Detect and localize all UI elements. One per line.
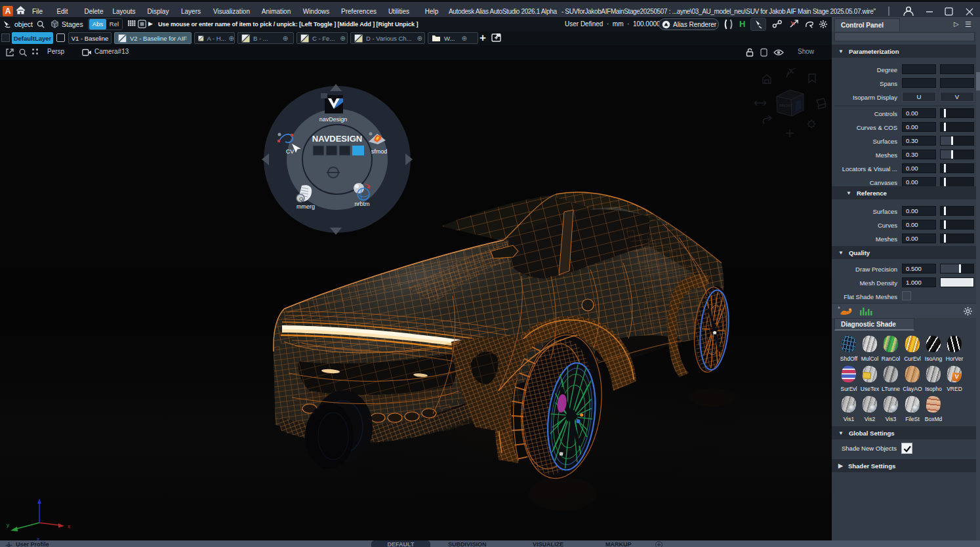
svg-text:mmerg: mmerg [296,203,315,210]
svg-text:navDesign: navDesign [319,116,348,123]
svg-text:FRONT: FRONT [779,104,793,108]
svg-text:y: y [7,522,9,528]
svg-text:sfmod: sfmod [371,148,388,155]
svg-text:CV: CV [286,148,295,155]
svg-text:Q: Q [299,196,303,202]
svg-text:x: x [68,523,70,529]
svg-text:nrbtm: nrbtm [354,201,369,207]
svg-text:NAVDESIGN: NAVDESIGN [312,134,362,144]
